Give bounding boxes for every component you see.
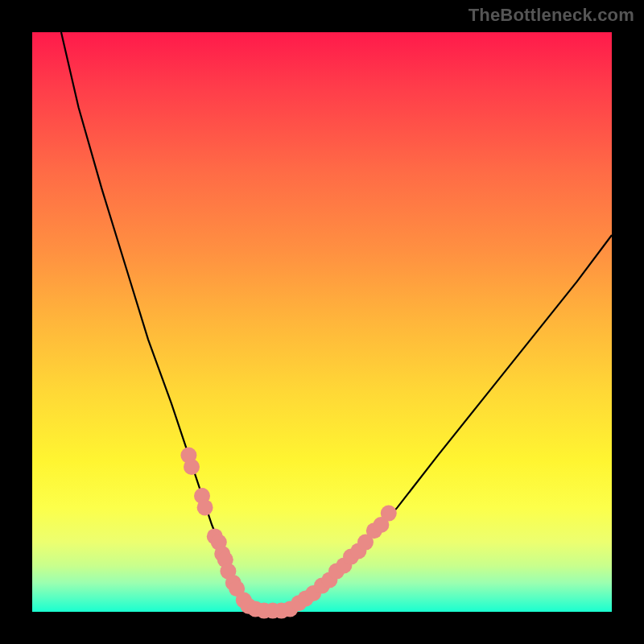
curve-marker: [197, 499, 213, 515]
chart-frame: TheBottleneck.com: [0, 0, 644, 644]
curve-svg: [32, 32, 612, 612]
watermark-text: TheBottleneck.com: [469, 5, 634, 26]
curve-marker: [184, 459, 200, 475]
marker-group: [180, 448, 396, 619]
plot-area: [32, 32, 612, 612]
curve-marker: [381, 506, 397, 522]
bottleneck-curve: [61, 32, 612, 612]
